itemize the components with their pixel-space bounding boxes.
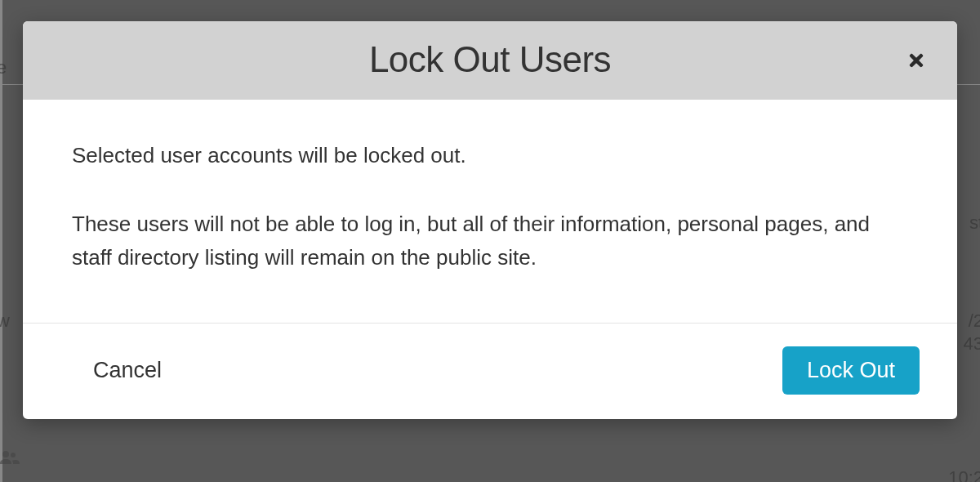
cancel-button[interactable]: Cancel	[60, 351, 194, 390]
modal-body-line2: These users will not be able to log in, …	[72, 208, 908, 274]
bg-fragment: /2	[969, 310, 980, 332]
modal-title: Lock Out Users	[369, 39, 611, 80]
modal-body-line1: Selected user accounts will be locked ou…	[72, 139, 908, 172]
bg-fragment: 10:2	[948, 467, 980, 482]
bg-fragment: w	[0, 310, 10, 332]
lock-out-users-modal: Lock Out Users Selected user accounts wi…	[23, 21, 957, 419]
bg-fragment: e	[0, 57, 7, 78]
lock-out-button[interactable]: Lock Out	[782, 346, 920, 395]
users-icon	[0, 449, 20, 468]
modal-header: Lock Out Users	[23, 21, 957, 100]
modal-body: Selected user accounts will be locked ou…	[23, 100, 957, 323]
bg-fragment: st	[969, 212, 980, 234]
close-button[interactable]	[905, 49, 928, 72]
bg-fragment: 43	[964, 333, 980, 355]
close-icon	[906, 51, 926, 70]
modal-footer: Cancel Lock Out	[23, 323, 957, 419]
